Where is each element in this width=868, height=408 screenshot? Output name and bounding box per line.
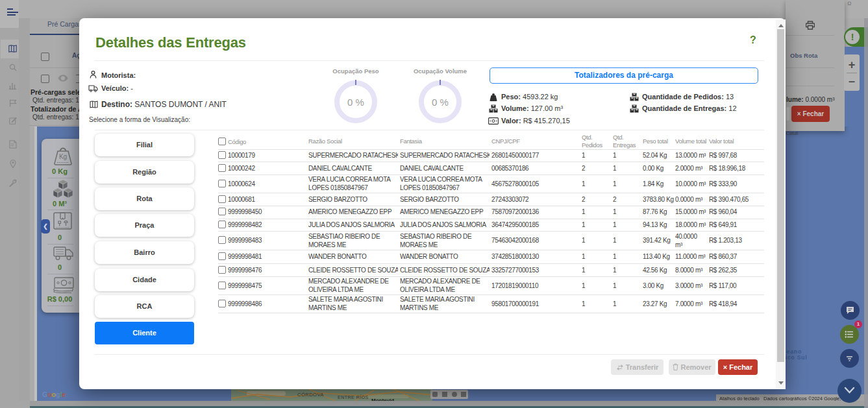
- svg-text:Kg: Kg: [59, 153, 67, 160]
